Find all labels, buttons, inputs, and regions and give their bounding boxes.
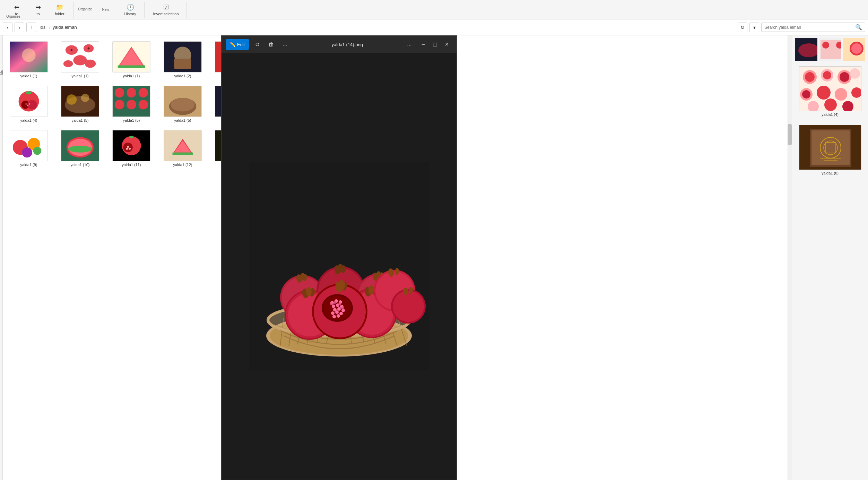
toolbar: ⬅ to ➡ to 📁 folder Organize Organize New… bbox=[0, 0, 868, 19]
svg-point-1 bbox=[22, 48, 35, 62]
top-thumbnails-row bbox=[795, 38, 865, 61]
search-icon: 🔍 bbox=[855, 24, 862, 31]
svg-rect-159 bbox=[824, 160, 837, 161]
minimize-button[interactable]: − bbox=[418, 39, 429, 50]
viewer-title: yalda1 (14).png bbox=[293, 42, 401, 47]
file-name: yalda1 (1) bbox=[72, 74, 89, 78]
scrollbar-thumb[interactable] bbox=[788, 124, 792, 145]
scrollbar-vertical[interactable] bbox=[788, 35, 792, 480]
svg-point-31 bbox=[115, 100, 124, 109]
history-button[interactable]: 🕐 History bbox=[120, 2, 141, 18]
file-thumbnail bbox=[61, 86, 99, 117]
to2-button[interactable]: ➡ to bbox=[28, 2, 49, 18]
delete-button[interactable]: 🗑 bbox=[266, 39, 277, 50]
new-group-label: New bbox=[102, 8, 109, 11]
rotate-button[interactable]: ↺ bbox=[252, 39, 263, 50]
toolbar-select-group: ☑ Invert selection bbox=[146, 2, 186, 18]
ids-label: Ids bbox=[38, 25, 47, 30]
breadcrumb-sep-1: › bbox=[49, 25, 50, 30]
svg-point-143 bbox=[850, 68, 860, 79]
svg-point-5 bbox=[73, 55, 87, 65]
file-name: yalda1 (2) bbox=[174, 74, 191, 78]
svg-point-101 bbox=[332, 305, 335, 308]
list-item[interactable]: yalda1 (11) bbox=[109, 128, 154, 169]
refresh-button[interactable]: ↻ bbox=[738, 23, 747, 32]
file-name: yalda1 (5) bbox=[174, 118, 191, 122]
svg-point-52 bbox=[129, 136, 133, 139]
file-area: yalda1 (1) bbox=[3, 35, 792, 480]
list-item[interactable]: yalda1 (8) bbox=[795, 125, 865, 175]
svg-rect-14 bbox=[174, 59, 191, 69]
main-layout: Ids yalda1 (1) bbox=[0, 35, 868, 480]
file-name: yalda1 (4) bbox=[822, 112, 839, 117]
viewer-content bbox=[222, 53, 457, 480]
list-item[interactable]: yalda1 (10) bbox=[58, 128, 103, 169]
file-thumbnail bbox=[112, 130, 150, 161]
list-item[interactable] bbox=[843, 38, 865, 61]
svg-point-140 bbox=[823, 71, 831, 79]
image-viewer: ✏️ Edit ↺ 🗑 ... yalda1 (14).png bbox=[221, 35, 457, 480]
list-item[interactable]: yalda1 (12) bbox=[160, 128, 205, 169]
svg-point-30 bbox=[139, 88, 148, 97]
folder-button[interactable]: 📁 folder bbox=[49, 2, 70, 18]
breadcrumb-current: yalda elman bbox=[53, 25, 77, 30]
search-input[interactable] bbox=[764, 25, 855, 30]
invert-selection-label: Invert selection bbox=[153, 12, 179, 16]
svg-point-71 bbox=[300, 273, 305, 281]
list-item[interactable]: yalda1 (1) bbox=[109, 39, 154, 80]
edit-icon: ✏️ bbox=[230, 42, 236, 47]
svg-point-148 bbox=[851, 87, 861, 98]
close-button[interactable]: × bbox=[441, 39, 452, 50]
svg-point-43 bbox=[22, 147, 32, 157]
more-options-button[interactable]: ... bbox=[279, 39, 290, 50]
toolbar-group-label-organize: Organize bbox=[75, 7, 95, 11]
history-icon: 🕐 bbox=[127, 3, 134, 11]
history-label: History bbox=[124, 12, 136, 16]
svg-point-22 bbox=[29, 103, 30, 105]
list-item[interactable] bbox=[819, 38, 841, 61]
maximize-button[interactable]: □ bbox=[429, 39, 441, 50]
organize-group-label: Organize bbox=[6, 15, 20, 18]
to1-icon: ⬅ bbox=[14, 3, 19, 11]
dropdown-button[interactable]: ▾ bbox=[749, 23, 759, 32]
invert-selection-button[interactable]: ☑ Invert selection bbox=[149, 2, 183, 18]
svg-rect-11 bbox=[118, 66, 145, 68]
svg-point-21 bbox=[27, 105, 28, 106]
more-options-right-button[interactable]: ... bbox=[404, 39, 415, 50]
search-box[interactable]: 🔍 bbox=[761, 23, 865, 32]
svg-point-29 bbox=[127, 88, 136, 97]
to2-icon: ➡ bbox=[36, 3, 41, 11]
svg-point-17 bbox=[26, 91, 32, 95]
svg-point-20 bbox=[25, 103, 27, 105]
list-item[interactable]: yalda1 (9) bbox=[6, 128, 51, 169]
back-button[interactable]: ‹ bbox=[3, 23, 12, 32]
svg-point-28 bbox=[115, 88, 124, 97]
list-item[interactable]: yalda1 (4) bbox=[795, 66, 865, 117]
rotate-icon: ↺ bbox=[255, 41, 260, 48]
list-item[interactable]: yalda1 (4) bbox=[6, 83, 51, 125]
list-item[interactable]: yalda1 (5) bbox=[58, 83, 103, 125]
list-item[interactable]: yalda1 (1) bbox=[58, 39, 103, 80]
list-item[interactable] bbox=[795, 38, 817, 61]
svg-point-105 bbox=[337, 307, 341, 311]
svg-point-146 bbox=[817, 86, 831, 100]
forward-button[interactable]: › bbox=[15, 23, 24, 32]
file-name: yalda1 (1) bbox=[123, 74, 140, 78]
svg-point-87 bbox=[306, 287, 312, 296]
list-item[interactable]: yalda1 (5) bbox=[109, 83, 154, 125]
up-button[interactable]: ↑ bbox=[26, 23, 36, 32]
file-name: yalda1 (1) bbox=[20, 74, 37, 78]
file-name: yalda1 (11) bbox=[122, 163, 141, 167]
list-item[interactable]: yalda1 (2) bbox=[160, 39, 205, 80]
svg-point-76 bbox=[338, 264, 343, 272]
list-item[interactable]: yalda1 (5) bbox=[160, 83, 205, 125]
svg-point-109 bbox=[339, 312, 343, 315]
file-thumbnail bbox=[61, 130, 99, 161]
file-thumbnail bbox=[10, 130, 48, 161]
list-item[interactable]: yalda1 (1) bbox=[6, 39, 51, 80]
edit-button[interactable]: ✏️ Edit bbox=[226, 39, 249, 50]
toolbar-open-group: 🕐 History bbox=[116, 2, 145, 18]
svg-point-118 bbox=[339, 280, 345, 290]
file-name: yalda1 (4) bbox=[20, 118, 37, 122]
svg-point-110 bbox=[332, 315, 336, 318]
